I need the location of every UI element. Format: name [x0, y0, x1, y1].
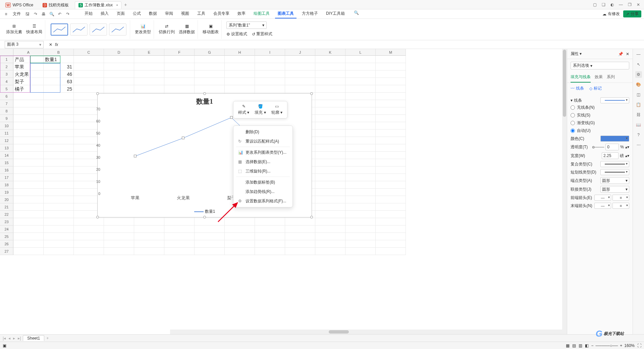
mini-style-button[interactable]: ✎样式 ▾: [235, 103, 252, 116]
avatar-icon[interactable]: ◐: [610, 2, 614, 7]
file-menu[interactable]: 文件: [11, 10, 23, 17]
select-data-button[interactable]: ▦选择数据: [179, 24, 195, 35]
tab-member[interactable]: 会员专享: [211, 9, 232, 18]
link-icon[interactable]: ⛓: [635, 111, 642, 118]
sub-tab-line[interactable]: 〰线条: [571, 86, 584, 91]
tab-tools[interactable]: 工具: [195, 9, 208, 18]
compound-select[interactable]: [600, 161, 629, 167]
arrow-end-size[interactable]: ≡: [612, 203, 629, 209]
line-preview[interactable]: [600, 97, 629, 103]
ctx-item[interactable]: 删除(D): [233, 127, 292, 137]
chart-style-1[interactable]: [51, 23, 68, 36]
chart-style-3[interactable]: [90, 23, 107, 36]
search-icon[interactable]: 🔍: [353, 9, 360, 16]
width-input[interactable]: 2.25: [602, 152, 619, 159]
mini-outline-button[interactable]: ▭轮廓 ▾: [269, 103, 285, 116]
chart-style-2[interactable]: [70, 23, 88, 36]
tab-formula[interactable]: 公式: [130, 9, 144, 18]
chart-style-4[interactable]: [109, 23, 126, 36]
tab-view[interactable]: 视图: [178, 9, 192, 18]
tab-efficiency[interactable]: 效率: [235, 9, 248, 18]
chart-handle[interactable]: [310, 92, 313, 95]
settings-strip-icon[interactable]: ⚙: [635, 71, 642, 78]
app-tab-wps[interactable]: WWPS Office: [2, 1, 37, 9]
tab-start[interactable]: 开始: [82, 9, 95, 18]
cursor-icon[interactable]: ↖: [635, 61, 642, 68]
select-all-corner[interactable]: [0, 49, 13, 56]
save-icon[interactable]: 🖫: [24, 11, 31, 17]
stepper-icon[interactable]: ▴▾: [625, 145, 629, 149]
sheet-nav-last[interactable]: ▸|: [17, 336, 21, 341]
scrollbar-vertical[interactable]: [562, 49, 567, 330]
ctx-item[interactable]: ▦选择数据(E)...: [233, 157, 292, 166]
layers-icon[interactable]: ◫: [635, 91, 642, 98]
series-options-dropdown[interactable]: 系列选项▾: [571, 62, 629, 69]
column-headers[interactable]: ABCDEFGHIJKLM: [13, 49, 406, 56]
chart-handle[interactable]: [203, 92, 206, 95]
switch-rowcol-button[interactable]: ⇄切换行列: [159, 24, 175, 35]
section-line[interactable]: ▾ 线条: [571, 97, 629, 103]
sub-tab-marker[interactable]: ◇标记: [589, 86, 602, 91]
arrow-start-type[interactable]: —: [594, 195, 611, 201]
row-headers[interactable]: 1234567891011121314151617181920212223242…: [0, 56, 13, 255]
close-icon[interactable]: ✕: [636, 2, 641, 7]
cube-icon[interactable]: ❑: [601, 2, 606, 7]
preview-icon[interactable]: 🔍: [48, 11, 55, 17]
chart-handle[interactable]: [96, 92, 99, 95]
new-tab-button[interactable]: +: [124, 2, 127, 7]
print-quick-icon[interactable]: ↷: [32, 11, 39, 17]
docs-icon[interactable]: ▢: [592, 2, 597, 7]
book-icon[interactable]: 📖: [635, 121, 642, 128]
side-tab-effect[interactable]: 效果: [595, 72, 603, 83]
set-format-button[interactable]: ⚙设置格式: [226, 31, 247, 37]
add-sheet-button[interactable]: +: [46, 336, 49, 341]
sheet-nav-prev[interactable]: ◂: [8, 336, 11, 341]
app-tab-dk[interactable]: D找稻壳模板: [39, 1, 72, 9]
line-radio[interactable]: 自动(U): [571, 128, 629, 134]
stepper-icon[interactable]: ▴▾: [625, 153, 629, 158]
redo-icon[interactable]: ↷: [64, 11, 71, 17]
reset-style-button[interactable]: ↺重置样式: [252, 31, 272, 37]
spreadsheet[interactable]: ABCDEFGHIJKLM 12345678910111213141516171…: [0, 49, 567, 334]
ctx-item[interactable]: 添加趋势线(R)...: [233, 187, 292, 196]
view-page-icon[interactable]: ▤: [572, 343, 576, 348]
series-selector[interactable]: 系列"数量1"▾: [226, 21, 267, 29]
fx-icon[interactable]: fx: [55, 42, 58, 47]
line-radio[interactable]: 无线条(N): [571, 105, 629, 110]
chart-handle[interactable]: [310, 216, 313, 218]
print-icon[interactable]: 🖶: [40, 11, 47, 17]
opacity-input[interactable]: 0: [605, 144, 619, 150]
arrow-start-size[interactable]: ≡: [612, 195, 629, 201]
app-tab-file[interactable]: S工作簿数量.xlsx•: [75, 1, 121, 9]
name-box[interactable]: 图表 3▾: [5, 41, 44, 48]
side-tab-series[interactable]: 系列: [607, 72, 615, 83]
line-radio[interactable]: 实线(S): [571, 112, 629, 118]
view-reader-icon[interactable]: ◧: [585, 343, 589, 348]
move-chart-button[interactable]: ▣移动图表: [203, 24, 219, 35]
cancel-fx-icon[interactable]: ✕: [49, 42, 52, 47]
chart-handle[interactable]: [203, 216, 206, 218]
zoom-control[interactable]: −─────○──+160%: [591, 343, 635, 348]
scrollbar-horizontal[interactable]: [170, 330, 567, 334]
sheet-nav-first[interactable]: |◂: [2, 336, 6, 341]
cap-select[interactable]: 圆形▾: [600, 177, 629, 184]
view-normal-icon[interactable]: ▦: [566, 343, 570, 348]
view-break-icon[interactable]: ▥: [579, 343, 582, 348]
ctx-item[interactable]: ↻重设以匹配样式(A): [233, 137, 292, 146]
chart-legend[interactable]: 数量1: [98, 209, 312, 214]
close-panel-icon[interactable]: ✕: [626, 52, 629, 56]
tab-review[interactable]: 审阅: [162, 9, 176, 18]
fullscreen-icon[interactable]: ⛶: [637, 343, 641, 348]
share-button[interactable]: ↗分享: [623, 10, 641, 17]
tab-ffgz[interactable]: 方方格子: [299, 9, 321, 18]
color-picker[interactable]: [600, 136, 629, 142]
sheet-nav-next[interactable]: ▸: [12, 336, 16, 341]
side-tab-fill[interactable]: 填充与线条: [571, 72, 591, 83]
mini-fill-button[interactable]: 🪣填充 ▾: [252, 103, 268, 116]
maximize-icon[interactable]: ❐: [627, 2, 632, 7]
tab-data[interactable]: 数据: [146, 9, 160, 18]
tab-draw-tools[interactable]: 绘图工具: [251, 9, 272, 18]
sheet-tab[interactable]: Sheet1: [23, 335, 44, 341]
quick-layout-button[interactable]: ☰快速布局: [26, 24, 42, 35]
tab-chart-tools[interactable]: 图表工具: [275, 9, 297, 18]
